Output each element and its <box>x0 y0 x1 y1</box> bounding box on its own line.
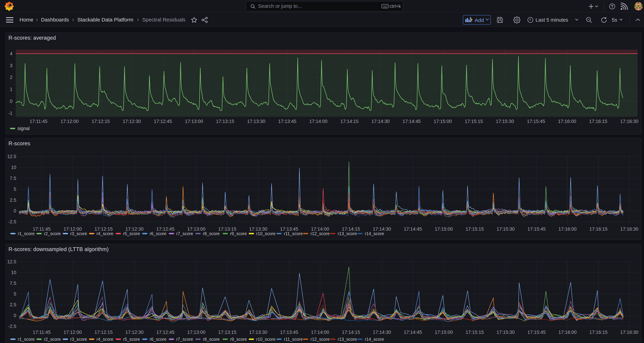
svg-text:17:15:30: 17:15:30 <box>496 226 515 232</box>
svg-text:12.5: 12.5 <box>7 154 16 159</box>
svg-text:17:16:15: 17:16:15 <box>589 226 608 232</box>
svg-text:17:13:45: 17:13:45 <box>278 119 296 124</box>
svg-text:17:14:45: 17:14:45 <box>404 226 422 232</box>
svg-text:17:12:45: 17:12:45 <box>154 119 172 124</box>
svg-text:17:15:15: 17:15:15 <box>466 226 484 232</box>
svg-text:-2.5: -2.5 <box>8 324 16 329</box>
svg-text:17:15:45: 17:15:45 <box>528 330 546 335</box>
svg-text:0: 0 <box>14 208 16 213</box>
svg-text:17:14:30: 17:14:30 <box>373 330 391 335</box>
svg-text:17:15:30: 17:15:30 <box>496 119 514 124</box>
svg-text:10: 10 <box>11 165 16 170</box>
svg-text:17:12:45: 17:12:45 <box>156 330 174 335</box>
svg-text:17:12:00: 17:12:00 <box>64 330 82 335</box>
svg-text:0: 0 <box>14 313 16 318</box>
svg-text:17:13:45: 17:13:45 <box>280 330 298 335</box>
svg-text:17:15:00: 17:15:00 <box>435 330 453 335</box>
svg-text:17:12:30: 17:12:30 <box>126 330 144 335</box>
svg-text:17:15:15: 17:15:15 <box>465 119 483 124</box>
svg-text:2.5: 2.5 <box>10 302 16 307</box>
svg-text:17:15:30: 17:15:30 <box>496 330 515 335</box>
svg-text:17:13:30: 17:13:30 <box>247 119 265 124</box>
svg-text:7.5: 7.5 <box>10 176 16 181</box>
svg-text:17:11:45: 17:11:45 <box>33 330 51 335</box>
svg-text:17:14:30: 17:14:30 <box>372 119 390 124</box>
svg-text:5: 5 <box>14 187 16 192</box>
svg-text:17:12:15: 17:12:15 <box>94 330 112 335</box>
svg-text:17:12:15: 17:12:15 <box>92 119 110 124</box>
svg-text:2: 2 <box>10 75 12 80</box>
svg-text:17:15:45: 17:15:45 <box>527 119 545 124</box>
svg-text:4: 4 <box>10 51 12 56</box>
svg-text:7.5: 7.5 <box>10 281 16 286</box>
svg-text:17:14:45: 17:14:45 <box>402 119 421 124</box>
svg-text:17:16:30: 17:16:30 <box>620 119 638 124</box>
svg-text:17:13:00: 17:13:00 <box>187 330 206 335</box>
svg-text:17:14:00: 17:14:00 <box>311 330 329 335</box>
svg-text:12.5: 12.5 <box>7 259 16 264</box>
svg-text:17:14:45: 17:14:45 <box>404 330 422 335</box>
svg-text:17:13:30: 17:13:30 <box>249 330 267 335</box>
svg-text:17:13:15: 17:13:15 <box>218 330 236 335</box>
svg-text:2.5: 2.5 <box>10 198 16 203</box>
svg-text:5: 5 <box>14 291 16 297</box>
svg-text:17:15:45: 17:15:45 <box>528 226 546 232</box>
svg-text:17:14:15: 17:14:15 <box>340 119 358 124</box>
svg-text:17:13:00: 17:13:00 <box>185 119 203 124</box>
svg-text:17:15:00: 17:15:00 <box>435 226 453 232</box>
svg-text:17:13:15: 17:13:15 <box>216 119 234 124</box>
svg-text:17:11:45: 17:11:45 <box>30 119 48 124</box>
svg-text:17:15:00: 17:15:00 <box>434 119 452 124</box>
svg-text:17:16:15: 17:16:15 <box>589 119 607 124</box>
svg-text:3: 3 <box>10 63 12 68</box>
svg-text:17:14:00: 17:14:00 <box>309 119 328 124</box>
svg-text:-2.5: -2.5 <box>8 219 16 224</box>
svg-text:17:12:00: 17:12:00 <box>60 119 79 124</box>
svg-text:1: 1 <box>10 87 12 92</box>
svg-text:0: 0 <box>10 99 12 104</box>
svg-text:17:16:00: 17:16:00 <box>558 330 576 335</box>
svg-text:17:16:00: 17:16:00 <box>558 119 576 124</box>
svg-text:10: 10 <box>11 270 16 275</box>
svg-text:17:12:30: 17:12:30 <box>123 119 141 124</box>
svg-text:-1: -1 <box>8 111 12 116</box>
svg-text:17:16:30: 17:16:30 <box>620 226 638 232</box>
svg-text:17:16:30: 17:16:30 <box>620 330 638 335</box>
svg-text:17:16:15: 17:16:15 <box>589 330 608 335</box>
svg-text:17:15:15: 17:15:15 <box>466 330 484 335</box>
svg-text:17:14:15: 17:14:15 <box>342 330 360 335</box>
svg-text:17:16:00: 17:16:00 <box>558 226 576 232</box>
